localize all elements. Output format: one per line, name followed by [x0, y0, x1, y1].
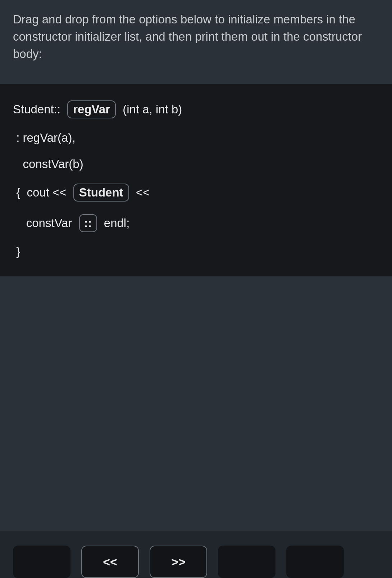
- code-line-1: Student:: regVar (int a, int b): [13, 100, 379, 118]
- instruction-text: Drag and drop from the options below to …: [13, 11, 379, 63]
- code-area: Student:: regVar (int a, int b) : regVar…: [0, 84, 392, 276]
- option-slot-1[interactable]: [13, 546, 70, 578]
- dropped-token-scope[interactable]: ::: [79, 214, 97, 232]
- code-text: (int a, int b): [119, 103, 182, 116]
- option-slot-5[interactable]: [286, 546, 344, 578]
- option-token-left-shift[interactable]: <<: [81, 546, 139, 578]
- code-line-5: constVar :: endl;: [13, 214, 379, 232]
- option-bar: << >>: [0, 531, 392, 578]
- dropped-token-regvar[interactable]: regVar: [67, 100, 116, 118]
- code-line-3: constVar(b): [13, 157, 379, 171]
- option-slot-4[interactable]: [218, 546, 275, 578]
- code-text: : regVar(a),: [13, 131, 76, 145]
- code-line-6: }: [13, 245, 379, 258]
- dropped-token-student[interactable]: Student: [73, 184, 129, 202]
- code-line-4: { cout << Student <<: [13, 184, 379, 202]
- code-text: <<: [133, 186, 150, 199]
- code-text: constVar: [13, 216, 76, 230]
- code-text: }: [13, 245, 20, 258]
- option-token-right-shift[interactable]: >>: [150, 546, 207, 578]
- code-line-2: : regVar(a),: [13, 131, 379, 145]
- code-text: endl;: [101, 216, 130, 230]
- instruction-area: Drag and drop from the options below to …: [0, 0, 392, 84]
- code-text: Student::: [13, 103, 64, 116]
- spacer: [0, 276, 392, 531]
- code-text: constVar(b): [13, 157, 83, 171]
- code-text: { cout <<: [13, 186, 70, 199]
